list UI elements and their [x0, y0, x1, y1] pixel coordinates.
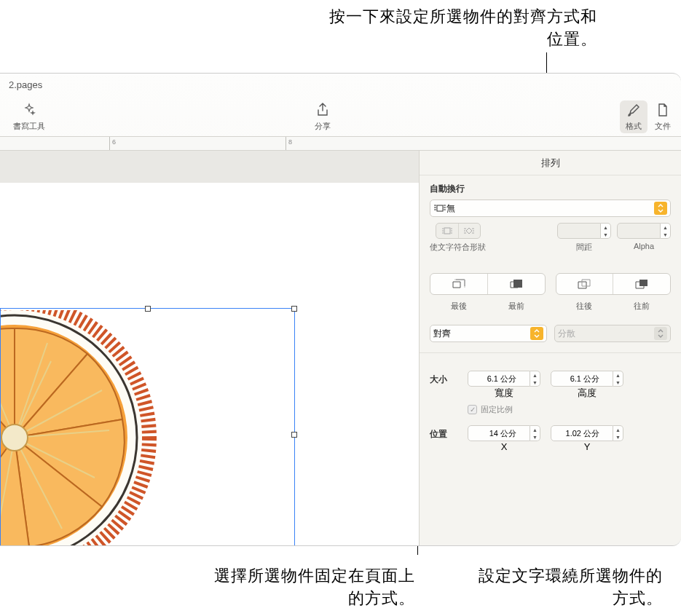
chevron-updown-icon: [530, 327, 543, 340]
svg-rect-6: [437, 205, 443, 211]
resize-handle[interactable]: [291, 306, 297, 312]
inspector-tab-arrange[interactable]: 排列: [420, 151, 681, 175]
checkbox-icon: ✓: [468, 405, 477, 414]
lock-ratio-checkbox[interactable]: ✓固定比例: [468, 404, 671, 415]
toolbar-label: 書寫工具: [13, 121, 45, 132]
wrap-label: 自動換行: [430, 183, 671, 195]
position-label: 位置: [430, 425, 457, 441]
fit-rect-icon: [436, 224, 458, 238]
bring-to-front-button[interactable]: [487, 274, 545, 294]
layer-label: 最後: [430, 301, 487, 312]
app-window: 2.pages 書寫工具 分享 格式 文件 6 8: [0, 73, 681, 546]
height-label: 高度: [551, 387, 623, 400]
ruler-tick: 6: [109, 137, 116, 150]
svg-rect-13: [444, 228, 450, 234]
send-to-back-button[interactable]: [430, 274, 487, 294]
fit-shape-icon: [458, 224, 480, 238]
document-button[interactable]: 文件: [655, 102, 671, 132]
share-button[interactable]: 分享: [315, 102, 331, 132]
align-dropdown[interactable]: 對齊: [430, 325, 547, 342]
dropdown-value: 無: [446, 202, 455, 215]
spacing-label: 間距: [576, 242, 592, 253]
x-stepper[interactable]: ▲▼: [530, 425, 540, 441]
alpha-input: [617, 223, 661, 239]
width-stepper[interactable]: ▲▼: [530, 371, 540, 387]
height-stepper[interactable]: ▲▼: [613, 371, 623, 387]
send-backward-button[interactable]: [556, 274, 613, 294]
document-canvas[interactable]: [0, 151, 419, 546]
layer-controls: [430, 273, 671, 295]
dropdown-value: 分散: [558, 328, 575, 340]
toolbar-label: 分享: [315, 121, 331, 132]
format-button[interactable]: 格式: [620, 100, 647, 133]
toolbar-label: 格式: [626, 121, 642, 132]
fit-shape-segment: 使文字符合形狀: [430, 223, 486, 253]
distribute-dropdown: 分散: [554, 325, 672, 342]
document-icon: [655, 102, 671, 118]
height-input[interactable]: [551, 371, 613, 387]
layer-label: 往後: [556, 301, 613, 312]
paintbrush-icon: [626, 102, 642, 118]
toolbar-label: 文件: [655, 121, 671, 132]
size-label: 大小: [430, 371, 457, 386]
y-label: Y: [551, 441, 623, 452]
inspector-panel: 排列 自動換行 無 使文字符合形狀: [419, 151, 681, 546]
resize-handle[interactable]: [291, 432, 297, 438]
dropdown-value: 對齊: [433, 328, 451, 340]
y-input[interactable]: [551, 425, 613, 441]
toolbar: 書寫工具 分享 格式 文件: [0, 97, 681, 136]
ruler: 6 8: [0, 136, 681, 151]
callout-top: 按一下來設定所選物件的對齊方式和位置。: [313, 6, 597, 51]
layer-label: 往前: [613, 301, 671, 312]
spacing-field: ▲▼ 間距: [557, 223, 611, 253]
wrap-dropdown[interactable]: 無: [430, 200, 671, 217]
fit-shape-label: 使文字符合形狀: [430, 242, 486, 253]
window-title: 2.pages: [0, 74, 681, 97]
spacing-input: [557, 223, 601, 239]
writing-tools-button[interactable]: 書寫工具: [13, 102, 45, 132]
selection-frame[interactable]: [0, 308, 295, 546]
callout-bottom-right: 設定文字環繞所選物件的方式。: [473, 565, 663, 610]
chevron-updown-icon: [654, 202, 667, 215]
x-input[interactable]: [468, 425, 530, 441]
resize-handle[interactable]: [145, 306, 151, 312]
ruler-tick: 8: [286, 137, 292, 150]
layer-label: 最前: [487, 301, 545, 312]
x-label: X: [468, 441, 540, 452]
page: [0, 183, 419, 546]
alpha-label: Alpha: [634, 242, 654, 250]
chevron-updown-icon: [654, 327, 667, 340]
sparkle-icon: [21, 102, 37, 118]
width-label: 寬度: [468, 387, 540, 400]
y-stepper[interactable]: ▲▼: [613, 425, 623, 441]
callout-bottom-left: 選擇所選物件固定在頁面上的方式。: [211, 565, 415, 610]
share-icon: [315, 102, 331, 118]
bring-forward-button[interactable]: [613, 274, 670, 294]
wrap-none-icon: [433, 204, 446, 213]
width-input[interactable]: [468, 371, 530, 387]
alpha-field: ▲▼ Alpha: [617, 223, 671, 250]
